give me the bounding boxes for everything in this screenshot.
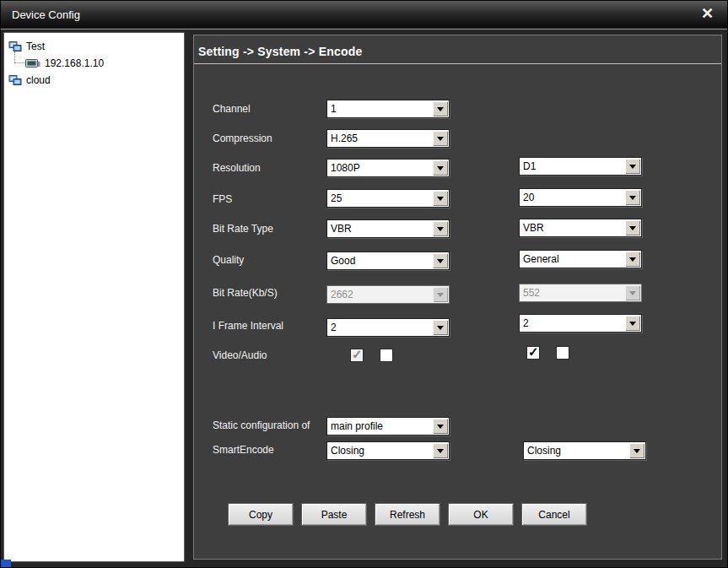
dropdown-arrow-icon[interactable] (433, 419, 448, 434)
channel-label: Channel (213, 103, 251, 115)
resolution-sub-value: D1 (523, 158, 623, 175)
quality-main-dropdown[interactable]: Good (326, 252, 450, 270)
corner-accent (1, 560, 11, 567)
bit-rate-sub-dropdown: 552 (519, 284, 642, 302)
smart-encode-sub-dropdown[interactable]: Closing (523, 441, 646, 460)
dropdown-arrow-icon[interactable] (433, 320, 448, 335)
dropdown-arrow-icon (433, 287, 448, 302)
titlebar: Device Config ✕ (1, 1, 727, 28)
dropdown-arrow-icon[interactable] (625, 252, 640, 267)
resolution-label: Resolution (213, 162, 261, 174)
smart-encode-main-dropdown[interactable]: Closing (326, 441, 450, 460)
bit-rate-type-sub-dropdown[interactable]: VBR (519, 219, 642, 237)
bit-rate-main-value: 2662 (331, 286, 430, 303)
tree-node-label: 192.168.1.10 (45, 57, 104, 69)
bit-rate-main-dropdown: 2662 (326, 285, 450, 304)
quality-sub-dropdown[interactable]: General (519, 250, 642, 268)
tree-connector (14, 51, 24, 63)
dropdown-arrow-icon[interactable] (433, 160, 448, 176)
channel-value: 1 (331, 100, 430, 117)
dropdown-arrow-icon[interactable] (433, 443, 448, 458)
audio-checkbox-main[interactable]: ✓ (380, 349, 393, 362)
video-audio-label: Video/Audio (213, 349, 267, 361)
i-frame-interval-label: I Frame Interval (213, 320, 283, 332)
smart-encode-sub-value: Closing (527, 442, 627, 459)
window-title: Device Config (12, 8, 80, 21)
bit-rate-type-main-dropdown[interactable]: VBR (326, 219, 450, 238)
title-underline (194, 63, 721, 64)
cloud-icon (8, 75, 22, 86)
dropdown-arrow-icon[interactable] (433, 253, 448, 268)
device-group-icon (8, 41, 22, 52)
bit-rate-sub-value: 552 (523, 284, 623, 301)
check-icon: ✓ (528, 344, 539, 360)
fps-main-dropdown[interactable]: 25 (326, 189, 450, 208)
dropdown-arrow-icon[interactable] (625, 190, 640, 205)
fps-label: FPS (213, 193, 232, 205)
dropdown-arrow-icon[interactable] (625, 159, 640, 174)
breadcrumb: Setting -> System -> Encode (198, 45, 362, 58)
encode-settings-panel: Setting -> System -> Encode Channel Comp… (193, 35, 722, 560)
i-frame-interval-main-dropdown[interactable]: 2 (326, 318, 450, 337)
quality-sub-value: General (523, 251, 623, 268)
smart-encode-label: SmartEncode (213, 444, 274, 456)
compression-dropdown[interactable]: H.265 (326, 129, 450, 148)
audio-checkbox-sub[interactable]: ✓ (556, 346, 569, 360)
dropdown-arrow-icon[interactable] (625, 220, 640, 235)
smart-encode-main-value: Closing (331, 442, 430, 459)
i-frame-interval-sub-dropdown[interactable]: 2 (519, 314, 642, 333)
resolution-sub-dropdown[interactable]: D1 (519, 157, 642, 176)
dropdown-arrow-icon[interactable] (433, 221, 448, 236)
fps-sub-dropdown[interactable]: 20 (519, 188, 642, 207)
bit-rate-type-label: Bit Rate Type (213, 223, 273, 235)
compression-label: Compression (213, 133, 272, 144)
ok-button[interactable]: OK (448, 503, 514, 526)
i-frame-interval-sub-value: 2 (523, 315, 623, 332)
static-configuration-label: Static configuration of (213, 419, 310, 431)
tree-node-label: Test (26, 41, 45, 52)
device-icon (25, 58, 40, 69)
quality-main-value: Good (331, 252, 430, 269)
static-configuration-value: main profile (331, 418, 430, 435)
i-frame-interval-main-value: 2 (331, 319, 430, 336)
cancel-button[interactable]: Cancel (521, 503, 587, 526)
channel-dropdown[interactable]: 1 (326, 100, 450, 118)
dropdown-arrow-icon[interactable] (433, 131, 448, 146)
dropdown-arrow-icon[interactable] (629, 443, 644, 458)
bit-rate-type-sub-value: VBR (523, 219, 623, 236)
close-icon[interactable]: ✕ (701, 5, 714, 22)
copy-button[interactable]: Copy (228, 503, 294, 526)
titlebar-separator (1, 29, 727, 30)
compression-value: H.265 (331, 130, 430, 147)
refresh-button[interactable]: Refresh (375, 503, 440, 526)
paste-button[interactable]: Paste (301, 503, 367, 526)
dropdown-arrow-icon[interactable] (625, 316, 640, 331)
dropdown-arrow-icon (625, 285, 640, 300)
device-config-window: Device Config ✕ Test 192.168.1.10 (0, 0, 728, 568)
dropdown-arrow-icon[interactable] (433, 101, 448, 116)
video-checkbox-main[interactable]: ✓ (350, 349, 364, 362)
resolution-main-dropdown[interactable]: 1080P (326, 159, 450, 177)
dropdown-arrow-icon[interactable] (433, 191, 448, 206)
tree-node-cloud[interactable]: cloud (8, 73, 51, 87)
video-checkbox-sub[interactable]: ✓ (526, 346, 540, 360)
fps-sub-value: 20 (523, 189, 623, 206)
fps-main-value: 25 (331, 190, 430, 207)
static-configuration-dropdown[interactable]: main profile (326, 417, 450, 435)
resolution-main-value: 1080P (331, 160, 430, 176)
bit-rate-type-main-value: VBR (331, 220, 430, 237)
quality-label: Quality (213, 254, 244, 266)
bit-rate-label: Bit Rate(Kb/S) (213, 287, 278, 299)
check-icon: ✓ (352, 347, 363, 362)
tree-node-device-ip[interactable]: 192.168.1.10 (25, 57, 104, 70)
device-tree: Test 192.168.1.10 cloud (3, 32, 185, 562)
tree-node-label: cloud (26, 74, 51, 86)
